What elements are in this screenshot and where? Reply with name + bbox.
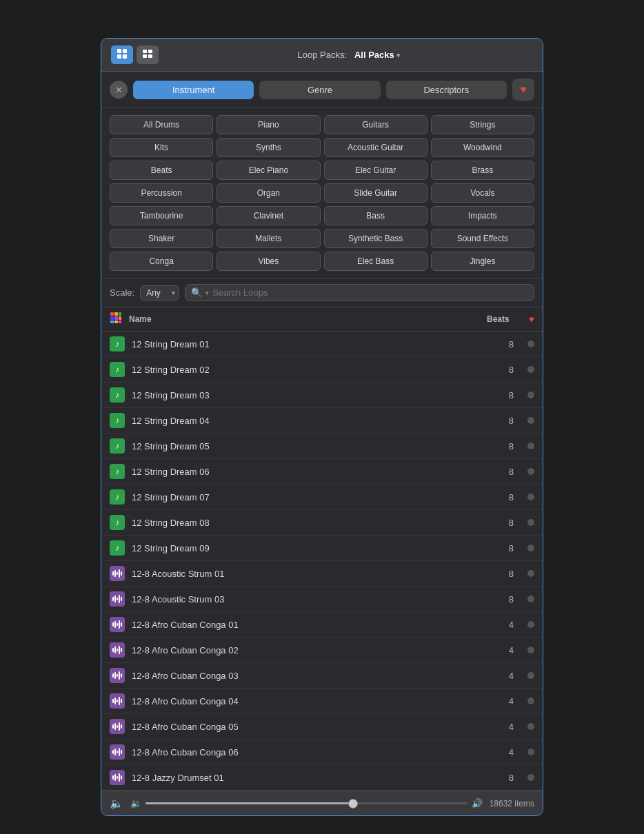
instrument-button-vibes[interactable]: Vibes	[217, 252, 320, 271]
items-count: 18632 items	[490, 799, 534, 808]
loop-item-favorite-dot[interactable]	[527, 570, 534, 577]
loop-item-favorite-dot[interactable]	[527, 647, 534, 653]
instrument-button-tambourine[interactable]: Tambourine	[110, 206, 213, 225]
instrument-button-kits[interactable]: Kits	[110, 138, 213, 157]
loop-item-favorite-dot[interactable]	[527, 774, 534, 781]
loop-item-name: 12-8 Afro Cuban Conga 02	[132, 645, 509, 655]
loop-item[interactable]: ♪12 String Dream 078	[101, 485, 543, 510]
instrument-button-impacts[interactable]: Impacts	[431, 206, 534, 225]
loop-item-favorite-dot[interactable]	[527, 723, 534, 730]
svg-rect-43	[114, 698, 116, 704]
svg-rect-14	[110, 321, 114, 323]
loop-item[interactable]: 12-8 Afro Cuban Conga 024	[101, 638, 543, 663]
instrument-button-elec-guitar[interactable]: Elec Guitar	[324, 161, 427, 180]
svg-rect-45	[119, 697, 120, 705]
loop-item[interactable]: 12-8 Afro Cuban Conga 064	[101, 740, 543, 765]
loop-item[interactable]: ♪12 String Dream 098	[101, 536, 543, 561]
instrument-button-synths[interactable]: Synths	[217, 138, 320, 157]
instrument-button-vocals[interactable]: Vocals	[431, 183, 534, 203]
svg-rect-9	[114, 312, 118, 316]
instrument-button-strings[interactable]: Strings	[431, 115, 534, 134]
loop-item-icon: ♪	[110, 489, 125, 505]
instrument-button-acoustic-guitar[interactable]: Acoustic Guitar	[324, 138, 427, 157]
instrument-button-mallets[interactable]: Mallets	[217, 229, 320, 248]
instrument-button-conga[interactable]: Conga	[110, 252, 213, 271]
loop-item-favorite-dot[interactable]	[527, 366, 534, 373]
instrument-button-beats[interactable]: Beats	[110, 161, 213, 180]
loop-item[interactable]: 12-8 Jazzy Drumset 018	[101, 765, 543, 791]
instrument-button-slide-guitar[interactable]: Slide Guitar	[324, 183, 427, 203]
close-button[interactable]: ✕	[110, 81, 128, 99]
tab-instrument[interactable]: Instrument	[133, 81, 254, 99]
instrument-button-percussion[interactable]: Percussion	[110, 183, 213, 203]
loop-packs-value[interactable]: All Packs	[354, 50, 394, 60]
loop-item[interactable]: ♪12 String Dream 088	[101, 510, 543, 536]
instrument-button-bass[interactable]: Bass	[324, 206, 427, 225]
view-toggle	[111, 45, 159, 64]
instrument-button-elec-bass[interactable]: Elec Bass	[324, 252, 427, 271]
loop-item[interactable]: ♪12 String Dream 018	[101, 332, 543, 357]
loop-item-favorite-dot[interactable]	[527, 519, 534, 526]
loop-item[interactable]: 12-8 Afro Cuban Conga 014	[101, 612, 543, 638]
loop-item-icon	[110, 693, 125, 709]
svg-rect-7	[148, 54, 152, 58]
svg-rect-15	[114, 321, 118, 323]
loop-item[interactable]: 12-8 Acoustic Strum 018	[101, 561, 543, 587]
loop-item-icon: ♪	[110, 540, 125, 556]
list-header-heart-icon[interactable]: ♥	[529, 314, 534, 325]
instrument-button-elec-piano[interactable]: Elec Piano	[217, 161, 320, 180]
instrument-button-jingles[interactable]: Jingles	[431, 252, 534, 271]
loop-item-beats: 8	[509, 416, 514, 426]
svg-rect-59	[117, 776, 118, 779]
loop-item-name: 12-8 Afro Cuban Conga 06	[132, 747, 509, 757]
svg-rect-35	[119, 646, 120, 654]
loop-item-favorite-dot[interactable]	[527, 596, 534, 602]
loop-item[interactable]: 12-8 Afro Cuban Conga 054	[101, 714, 543, 740]
instrument-button-synthetic-bass[interactable]: Synthetic Bass	[324, 229, 427, 248]
loop-item-favorite-dot[interactable]	[527, 698, 534, 704]
loop-item-favorite-dot[interactable]	[527, 672, 534, 679]
loop-packs-label: Loop Packs: All Packs ▾	[165, 50, 533, 60]
loop-item-favorite-dot[interactable]	[527, 417, 534, 424]
loop-item[interactable]: ♪12 String Dream 028	[101, 357, 543, 383]
volume-slider[interactable]	[145, 802, 467, 804]
svg-rect-25	[119, 595, 120, 603]
loop-item-favorite-dot[interactable]	[527, 443, 534, 449]
list-sort-icon[interactable]	[110, 312, 122, 327]
instrument-button-organ[interactable]: Organ	[217, 183, 320, 203]
svg-rect-20	[119, 569, 120, 578]
loop-item-favorite-dot[interactable]	[527, 749, 534, 755]
tab-genre[interactable]: Genre	[259, 81, 380, 99]
favorites-button[interactable]: ♥	[512, 79, 534, 101]
loop-item[interactable]: ♪12 String Dream 058	[101, 434, 543, 459]
view-button-grid[interactable]	[111, 45, 133, 64]
instrument-button-shaker[interactable]: Shaker	[110, 229, 213, 248]
tab-descriptors[interactable]: Descriptors	[386, 81, 507, 99]
instrument-button-clavinet[interactable]: Clavinet	[217, 206, 320, 225]
loop-item-favorite-dot[interactable]	[527, 621, 534, 628]
instrument-button-brass[interactable]: Brass	[431, 161, 534, 180]
loop-item[interactable]: 12-8 Afro Cuban Conga 044	[101, 689, 543, 714]
loop-item[interactable]: ♪12 String Dream 068	[101, 459, 543, 485]
view-button-list[interactable]	[137, 45, 159, 64]
loop-item-beats: 4	[509, 747, 514, 757]
loop-item[interactable]: ♪12 String Dream 048	[101, 408, 543, 434]
instrument-button-guitars[interactable]: Guitars	[324, 115, 427, 134]
loop-item[interactable]: ♪12 String Dream 038	[101, 383, 543, 408]
instrument-button-woodwind[interactable]: Woodwind	[431, 138, 534, 157]
loop-item-favorite-dot[interactable]	[527, 340, 534, 347]
loop-item[interactable]: 12-8 Acoustic Strum 038	[101, 587, 543, 612]
loop-item-favorite-dot[interactable]	[527, 494, 534, 500]
instrument-button-all-drums[interactable]: All Drums	[110, 115, 213, 134]
speaker-button[interactable]: 🔈	[110, 797, 123, 810]
loop-item-favorite-dot[interactable]	[527, 545, 534, 551]
instrument-button-sound-effects[interactable]: Sound Effects	[431, 229, 534, 248]
instrument-button-piano[interactable]: Piano	[217, 115, 320, 134]
loop-item-favorite-dot[interactable]	[527, 391, 534, 398]
list-header: Name Beats ♥	[101, 307, 543, 332]
scale-select[interactable]: Any Major Minor Neither	[140, 285, 179, 301]
search-input[interactable]	[212, 287, 528, 298]
loop-item-name: 12-8 Afro Cuban Conga 05	[132, 722, 509, 732]
loop-item-favorite-dot[interactable]	[527, 468, 534, 475]
loop-item[interactable]: 12-8 Afro Cuban Conga 034	[101, 663, 543, 689]
